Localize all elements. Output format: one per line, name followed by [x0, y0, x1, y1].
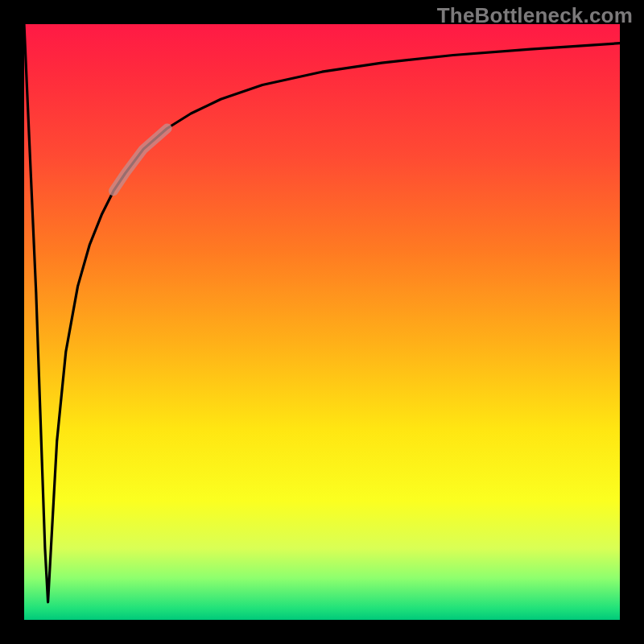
chart-curve-layer — [24, 24, 620, 620]
chart-frame: TheBottleneck.com — [0, 0, 644, 644]
main-curve — [24, 24, 620, 602]
highlight-segment — [114, 129, 167, 192]
watermark-text: TheBottleneck.com — [437, 3, 633, 28]
